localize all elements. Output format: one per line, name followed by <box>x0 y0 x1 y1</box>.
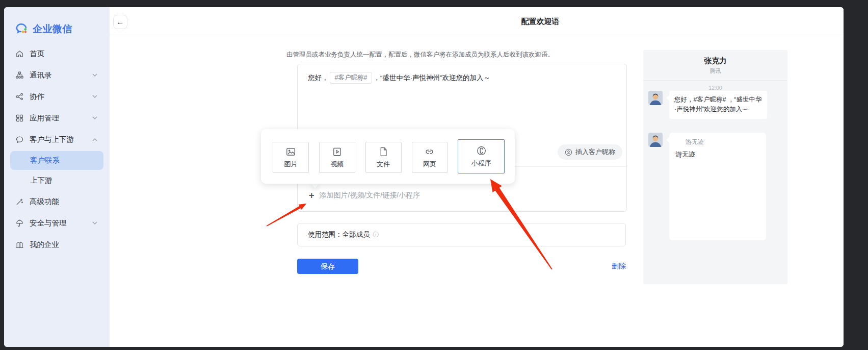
security-icon <box>15 219 24 228</box>
preview-message-text: 您好，#客户昵称# ，“盛世中华·声悦神州”欢迎您的加入～ <box>648 91 767 119</box>
add-attachment-label: 添加图片/视频/文件/链接/小程序 <box>320 191 420 200</box>
sidebar-item-label: 协作 <box>30 92 92 102</box>
sidebar-item-customer-upstream[interactable]: 客户与上下游 <box>4 129 110 150</box>
sidebar-item-label: 首页 <box>30 49 110 59</box>
advanced-features-icon <box>15 197 24 206</box>
sidebar-item-label: 客户联系 <box>30 156 60 165</box>
sidebar-item-my-company[interactable]: 我的企业 <box>4 234 110 255</box>
chevron-down-icon <box>92 73 97 77</box>
message-bubble: 您好，#客户昵称# ，“盛世中华·声悦神州”欢迎您的加入～ <box>669 91 767 119</box>
popup-option-label: 图片 <box>284 160 297 169</box>
delete-link[interactable]: 删除 <box>297 262 626 271</box>
sidebar-item-upstream-downstream[interactable]: 上下游 <box>10 171 103 190</box>
miniprogram-source-icon <box>675 139 683 145</box>
file-icon <box>378 146 389 157</box>
popup-option-image[interactable]: 图片 <box>273 142 309 173</box>
plus-icon: + <box>309 191 314 200</box>
video-icon <box>332 146 343 157</box>
home-icon <box>15 49 24 58</box>
page-title: 配置欢迎语 <box>521 17 560 27</box>
info-icon: ⓘ <box>373 231 379 239</box>
sidebar-item-app-management[interactable]: 应用管理 <box>4 107 110 129</box>
miniprogram-cover-logo <box>689 169 746 216</box>
popup-option-miniprogram[interactable]: 小程序 <box>458 139 505 173</box>
chevron-down-icon <box>92 116 97 120</box>
wecom-logo[interactable]: 企业微信 <box>4 7 110 37</box>
preview-message-miniprogram: 游无迹 游无迹 <box>648 133 766 240</box>
chevron-down-icon <box>92 221 97 225</box>
sidebar-item-label: 我的企业 <box>30 240 110 249</box>
sidebar-item-customer-contact[interactable]: 客户联系 <box>10 151 103 170</box>
app-window: 企业微信 首页 通讯录 协作 应用 <box>4 7 844 347</box>
message-timestamp: 12:00 <box>643 85 787 91</box>
preview-divider <box>643 80 787 81</box>
chevron-up-icon <box>92 138 97 141</box>
popup-option-video[interactable]: 视频 <box>319 142 355 173</box>
miniprogram-icon <box>476 145 487 156</box>
collaboration-icon <box>15 92 24 101</box>
popup-option-label: 小程序 <box>471 159 491 168</box>
sidebar-item-label: 应用管理 <box>30 113 92 123</box>
popup-option-label: 网页 <box>423 160 436 169</box>
back-button[interactable]: ← <box>113 15 127 29</box>
customer-nickname-tag: #客户昵称# <box>330 72 373 84</box>
logo-text: 企业微信 <box>33 22 72 36</box>
person-circle-icon <box>565 148 572 156</box>
attachment-type-popup: 图片 视频 文件 网页 小程序 <box>261 129 515 184</box>
sidebar-item-contacts[interactable]: 通讯录 <box>4 64 110 86</box>
popup-option-webpage[interactable]: 网页 <box>412 142 448 173</box>
screenshot-frame: 企业微信 首页 通讯录 协作 应用 <box>0 0 868 350</box>
image-icon <box>285 146 296 157</box>
sidebar-item-label: 安全与管理 <box>30 218 92 228</box>
wecom-logo-icon <box>15 22 29 36</box>
popup-option-label: 文件 <box>377 160 390 169</box>
contact-company: 腾讯 <box>643 67 787 75</box>
miniprogram-source-name: 游无迹 <box>686 138 704 146</box>
sidebar-item-label: 高级功能 <box>30 197 110 207</box>
add-attachment-button[interactable]: + 添加图片/视频/文件/链接/小程序 <box>309 188 420 203</box>
insert-nickname-label: 插入客户昵称 <box>575 147 615 157</box>
welcome-message-text: 您好， #客户昵称# ，“盛世中华·声悦神州”欢迎您的加入～ <box>308 72 490 84</box>
usage-scope-text: 使用范围：全部成员 <box>308 230 370 239</box>
chat-preview-panel: 张克力 腾讯 12:00 您好，#客户昵称# ，“盛世中华·声悦神州”欢迎您的加… <box>643 50 787 284</box>
contacts-icon <box>15 71 24 80</box>
sidebar: 企业微信 首页 通讯录 协作 应用 <box>4 7 110 347</box>
popup-option-file[interactable]: 文件 <box>365 142 402 173</box>
insert-nickname-button[interactable]: 插入客户昵称 <box>558 144 622 160</box>
chevron-down-icon <box>92 95 97 98</box>
sidebar-item-label: 客户与上下游 <box>30 135 92 144</box>
webpage-link-icon <box>424 146 435 157</box>
sidebar-item-collaboration[interactable]: 协作 <box>4 86 110 107</box>
sidebar-item-home[interactable]: 首页 <box>4 43 110 64</box>
app-management-icon <box>15 114 24 122</box>
miniprogram-card: 游无迹 游无迹 <box>669 133 766 240</box>
instruction-text: 由管理员或者业务负责人统一配置，配置后，微信客户将在添加成员为联系人后收到该欢迎… <box>286 51 554 59</box>
sidebar-item-advanced-features[interactable]: 高级功能 <box>4 191 110 212</box>
sidebar-item-label: 通讯录 <box>30 70 92 80</box>
main-header: ← 配置欢迎语 <box>110 7 844 35</box>
miniprogram-title: 游无迹 <box>675 150 760 159</box>
customer-upstream-icon <box>15 135 24 144</box>
my-company-icon <box>15 240 24 249</box>
avatar <box>648 91 663 105</box>
sidebar-item-label: 上下游 <box>30 176 52 185</box>
greeting-prefix: 您好， <box>308 73 329 83</box>
usage-scope-field[interactable]: 使用范围：全部成员 ⓘ <box>297 223 626 246</box>
popup-option-label: 视频 <box>330 160 344 169</box>
sidebar-item-security-management[interactable]: 安全与管理 <box>4 212 110 234</box>
avatar <box>648 133 663 147</box>
main-area: ← 配置欢迎语 由管理员或者业务负责人统一配置，配置后，微信客户将在添加成员为联… <box>110 7 844 347</box>
sidebar-nav: 首页 通讯录 协作 应用管理 <box>4 43 110 255</box>
miniprogram-card-header: 游无迹 <box>675 138 760 146</box>
contact-name: 张克力 <box>643 50 787 66</box>
greeting-suffix: ，“盛世中华·声悦神州”欢迎您的加入～ <box>373 73 490 83</box>
